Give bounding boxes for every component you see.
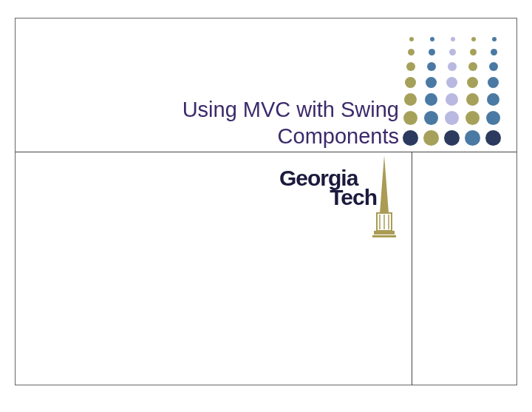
slide-frame xyxy=(15,18,517,385)
horizontal-divider xyxy=(16,152,516,152)
slide-page: Using MVC with Swing Components Georgia … xyxy=(0,0,532,412)
vertical-divider xyxy=(412,152,412,385)
tech-tower-icon xyxy=(369,155,399,244)
slide-title: Using MVC with Swing Components xyxy=(41,96,399,150)
title-line-1: Using MVC with Swing xyxy=(41,96,399,123)
svg-marker-0 xyxy=(380,155,389,213)
svg-rect-5 xyxy=(374,231,395,234)
svg-rect-6 xyxy=(372,235,396,237)
title-line-2: Components xyxy=(41,123,399,149)
